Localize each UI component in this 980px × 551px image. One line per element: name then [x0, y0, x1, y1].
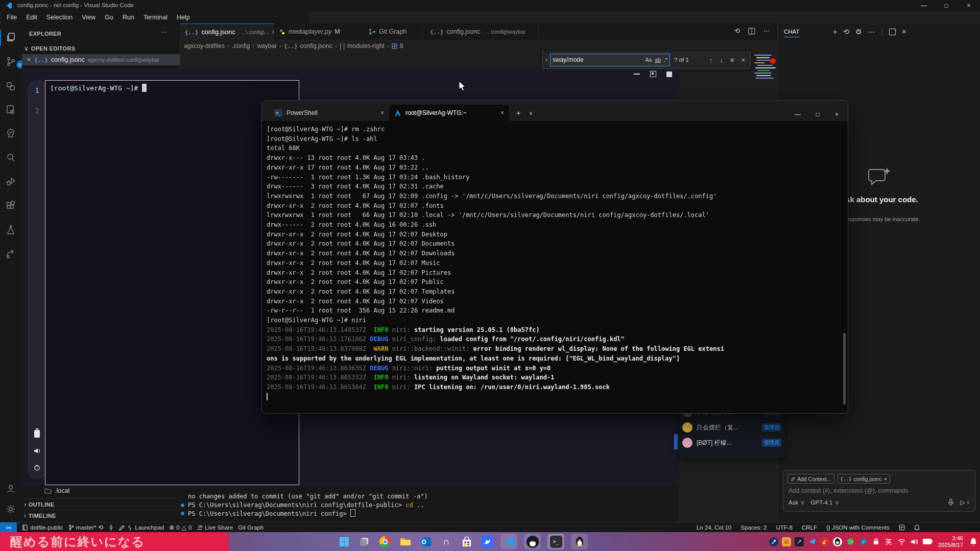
timeline-history-icon[interactable]: ⟲	[734, 27, 740, 35]
history-icon[interactable]: ⟲	[843, 28, 849, 36]
problems-item[interactable]: ⊗0 △0	[169, 524, 192, 531]
windows-terminal-window[interactable]: >_ PowerShell × root@SilverAg-WTG:~ × + …	[261, 100, 848, 414]
tab-config-jsonc-waybar[interactable]: {..} config.jsonc ...\config\waybar	[425, 23, 539, 40]
new-chat-icon[interactable]: +	[833, 28, 837, 36]
tab-dropdown-icon[interactable]: ∨	[529, 110, 533, 116]
minimize-icon[interactable]	[634, 74, 640, 75]
menu-selection[interactable]: Selection	[42, 14, 77, 21]
remote-share-icon[interactable]	[5, 248, 17, 260]
tab-config-jsonc[interactable]: {..} config.jsonc ...\.config\... ×	[180, 23, 274, 40]
ime-indicator[interactable]: 英	[884, 537, 893, 546]
add-context-button[interactable]: Add Context...	[787, 474, 834, 484]
timeline-section[interactable]: ›TIMELINE	[24, 510, 177, 521]
expand-icon[interactable]	[889, 29, 896, 35]
sync-icon[interactable]: ⟲	[98, 524, 103, 531]
close-icon[interactable]	[666, 71, 672, 77]
whole-word-icon[interactable]: ab	[655, 57, 661, 63]
search-icon[interactable]	[5, 152, 17, 164]
qq-icon[interactable]	[524, 534, 541, 549]
menu-edit[interactable]: Edit	[21, 14, 42, 21]
remote-indicator[interactable]: ><	[0, 522, 17, 533]
close-tab-icon[interactable]: ×	[500, 109, 504, 116]
commit-graph-item[interactable]	[108, 524, 114, 531]
menu-run[interactable]: Run	[118, 14, 139, 21]
mode-picker[interactable]: Ask	[788, 499, 798, 506]
globe-app-icon[interactable]	[846, 537, 855, 546]
volume-icon[interactable]	[910, 537, 919, 546]
power-icon[interactable]	[34, 464, 40, 471]
chrome-icon[interactable]	[378, 535, 392, 548]
terminal-output[interactable]: [root@SilverAg-WTG ~]# rm .zshrc[root@Si…	[262, 121, 847, 412]
arc-browser-icon[interactable]: ∩	[439, 535, 453, 548]
run-debug-icon[interactable]	[5, 176, 17, 188]
open-editor-item[interactable]: × {..} config.jsonc agxcoy-dotfiles\.con…	[22, 54, 180, 65]
new-tab-icon[interactable]: +	[516, 108, 521, 117]
defender-shield-icon[interactable]	[858, 537, 868, 546]
menu-go[interactable]: Go	[100, 14, 118, 21]
vscode-titlebar[interactable]: config.jsonc - niri config - Visual Stud…	[0, 0, 980, 11]
lyrics-overlay[interactable]: 醒める前に終いになる	[0, 532, 229, 551]
tree-item-local[interactable]: .local	[44, 487, 69, 494]
git-graph-item[interactable]: Git Graph	[238, 524, 264, 531]
gear-icon[interactable]: ⚙	[855, 28, 862, 36]
integrated-terminal[interactable]: no changes added to commit (use "git add…	[180, 485, 678, 522]
minimize-button[interactable]: —	[913, 0, 935, 11]
battery-tray-icon[interactable]	[922, 537, 931, 546]
chat-input-box[interactable]: Add Context... {..} config.jsonc × Add c…	[783, 470, 975, 512]
menu-help[interactable]: Help	[172, 14, 195, 21]
language-mode[interactable]: {} JSON with Comments	[826, 524, 890, 531]
tab-chat[interactable]: CHAT	[784, 29, 799, 37]
close-icon[interactable]: ×	[27, 56, 31, 63]
settings-file-icon[interactable]	[5, 104, 17, 116]
member-list-item[interactable]: 只会摆烂（复...管理员	[678, 420, 785, 435]
file-explorer-icon[interactable]	[398, 535, 412, 548]
restore-icon[interactable]	[650, 71, 656, 77]
launchpad-item[interactable]: Launchpad	[119, 524, 164, 531]
vscode-icon[interactable]	[500, 534, 517, 549]
notification-bell-icon[interactable]	[970, 538, 977, 546]
taskbar-clock[interactable]: 3:46 2025/8/17	[938, 535, 963, 548]
open-editors-header[interactable]: ∨OPEN EDITORS	[24, 45, 75, 52]
encoding[interactable]: UTF-8	[776, 524, 793, 531]
netease-icon[interactable]	[820, 537, 829, 546]
next-match-icon[interactable]: ↓	[720, 56, 723, 64]
menu-view[interactable]: View	[77, 14, 100, 21]
model-picker[interactable]: GPT-4.1	[811, 499, 833, 506]
qq-tray-icon[interactable]	[833, 537, 842, 546]
tab-mediaplayer-py[interactable]: mediaplayer.py M	[274, 23, 364, 40]
account-icon[interactable]	[5, 483, 17, 495]
close-tab-icon[interactable]: ×	[380, 109, 384, 116]
symbols-icon[interactable]	[5, 81, 17, 93]
orange-app-icon[interactable]: ◎	[782, 537, 791, 546]
close-icon[interactable]: ×	[902, 28, 906, 36]
store-icon[interactable]	[460, 535, 473, 548]
maximize-button[interactable]: □	[816, 111, 820, 118]
command-decoration-icon[interactable]	[181, 504, 184, 507]
start-icon[interactable]	[337, 535, 351, 548]
mic-icon[interactable]	[948, 498, 954, 506]
command-decoration-icon[interactable]	[181, 512, 184, 515]
steam-icon[interactable]	[769, 537, 778, 546]
lock-icon[interactable]	[871, 537, 880, 546]
explorer-icon[interactable]	[5, 32, 17, 44]
extensions-icon[interactable]	[5, 200, 17, 212]
repo-item[interactable]: dotfile-public	[22, 524, 63, 531]
outline-section[interactable]: ›OUTLINE	[24, 498, 177, 510]
terminal-icon[interactable]: >_	[547, 534, 564, 549]
live-share-item[interactable]: Live Share	[197, 524, 233, 531]
outlook-icon[interactable]	[419, 535, 433, 548]
close-find-icon[interactable]: ×	[741, 56, 745, 64]
menu-terminal[interactable]: Terminal	[139, 14, 172, 21]
find-input[interactable]: sway/mode Aa ab .*	[550, 54, 670, 66]
tab-git-graph[interactable]: Git Graph	[364, 23, 423, 40]
workspace-2[interactable]: 2	[35, 107, 39, 115]
context-chip-config-jsonc[interactable]: {..} config.jsonc ×	[838, 474, 890, 484]
feedback-icon[interactable]	[899, 524, 905, 531]
send-button[interactable]: ▷∨	[960, 499, 970, 506]
more-actions-icon[interactable]: ⋯	[161, 29, 167, 36]
eol-sequence[interactable]: CRLF	[802, 524, 817, 531]
branch-item[interactable]: master* ⟲	[68, 524, 104, 531]
close-button[interactable]: ×	[958, 0, 980, 11]
speaker-icon[interactable]	[34, 448, 41, 454]
find-in-selection-icon[interactable]: ≡	[730, 56, 734, 64]
